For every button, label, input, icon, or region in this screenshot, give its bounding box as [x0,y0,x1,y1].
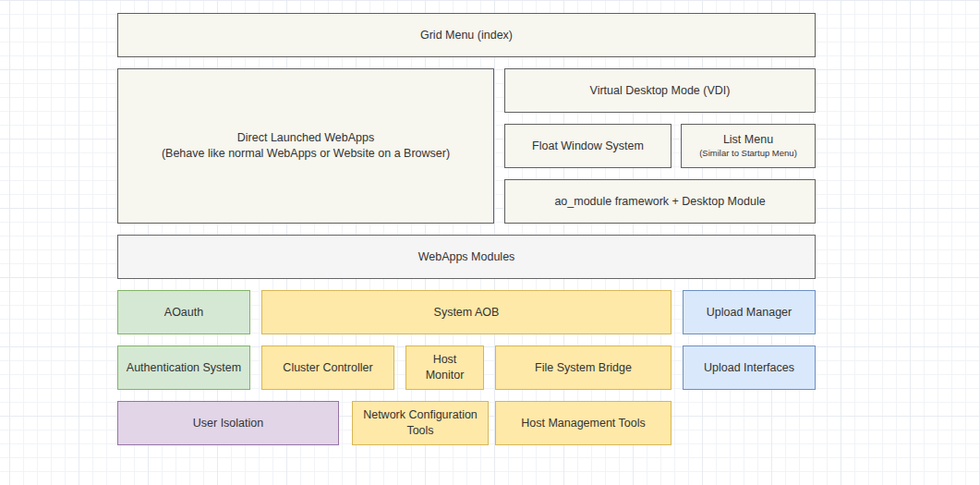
box-file-system-bridge-label: File System Bridge [535,360,632,376]
box-network-configuration-tools: Network Configuration Tools [352,401,489,445]
box-host-management-tools-label: Host Management Tools [521,416,646,431]
box-aoauth: AOauth [117,290,250,334]
box-upload-manager-label: Upload Manager [707,305,792,321]
box-direct-launched-webapps: Direct Launched WebApps (Behave like nor… [117,68,494,224]
box-host-management-tools: Host Management Tools [495,401,671,445]
box-user-isolation: User Isolation [117,401,339,445]
box-upload-interfaces-label: Upload Interfaces [704,360,794,376]
box-system-aob: System AOB [261,290,671,334]
box-host-monitor-label: Host Monitor [414,352,476,383]
box-webapps-modules-label: WebApps Modules [418,249,515,265]
box-host-monitor: Host Monitor [405,346,484,390]
box-grid-menu: Grid Menu (index) [117,13,816,57]
diagram-canvas: Grid Menu (index) Direct Launched WebApp… [0,0,980,485]
box-direct-launched-webapps-sublabel: (Behave like normal WebApps or Website o… [162,146,450,162]
box-cluster-controller-label: Cluster Controller [283,360,372,376]
box-upload-interfaces: Upload Interfaces [683,346,816,390]
box-cluster-controller: Cluster Controller [261,346,394,390]
box-list-menu-label: List Menu [723,132,773,148]
box-grid-menu-label: Grid Menu (index) [420,28,513,43]
box-webapps-modules: WebApps Modules [117,235,816,279]
box-authentication-system: Authentication System [117,346,250,390]
box-ao-module-framework: ao_module framework + Desktop Module [504,179,816,224]
box-virtual-desktop-mode: Virtual Desktop Mode (VDI) [504,68,816,113]
box-network-configuration-tools-label: Network Configuration Tools [360,407,480,439]
box-virtual-desktop-mode-label: Virtual Desktop Mode (VDI) [590,83,731,99]
box-list-menu-sublabel: (Similar to Startup Menu) [699,148,797,159]
box-ao-module-framework-label: ao_module framework + Desktop Module [554,194,765,210]
box-float-window-system-label: Float Window System [532,139,644,154]
box-upload-manager: Upload Manager [683,290,816,334]
box-direct-launched-webapps-label: Direct Launched WebApps [237,130,374,146]
box-float-window-system: Float Window System [504,124,671,168]
box-aoauth-label: AOauth [164,305,203,321]
box-authentication-system-label: Authentication System [127,360,241,376]
box-user-isolation-label: User Isolation [193,416,263,431]
box-list-menu: List Menu (Similar to Startup Menu) [681,124,816,168]
box-system-aob-label: System AOB [434,305,500,321]
box-file-system-bridge: File System Bridge [495,346,671,390]
